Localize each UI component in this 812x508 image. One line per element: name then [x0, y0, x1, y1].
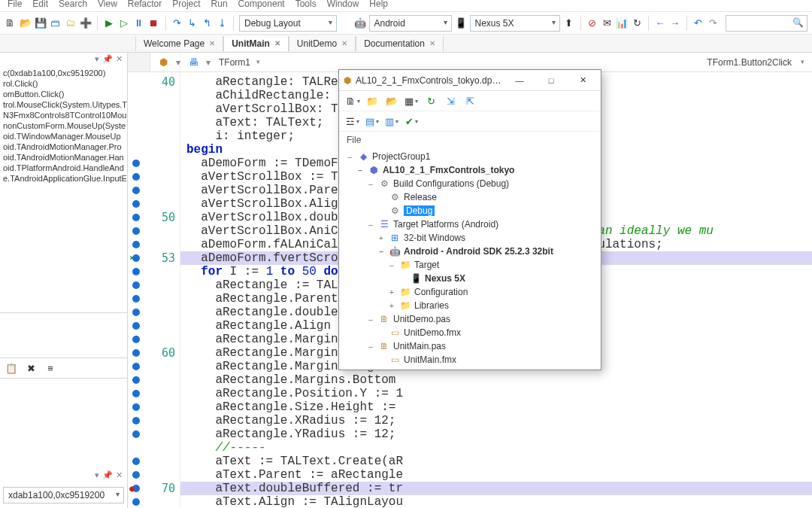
tree-node-target[interactable]: –📁Target: [345, 258, 601, 272]
code-line[interactable]: aRectangle.XRadius := 12;: [180, 414, 812, 427]
tree-twisty-icon[interactable]: –: [356, 166, 365, 175]
run-noDebug-icon[interactable]: ▷: [118, 15, 130, 32]
tree-node-al10-2-1-fmxcontrols-tokyo[interactable]: –⬢AL10_2_1_FmxControls_tokyo: [345, 163, 601, 177]
tree-node-release[interactable]: ⚙Release: [345, 190, 601, 204]
step-out-icon[interactable]: ↰: [201, 15, 213, 32]
device-combo[interactable]: Nexus 5X: [470, 15, 560, 32]
callstack-frame[interactable]: e.TAndroidApplicationGlue.InputE: [0, 173, 127, 184]
tree-node-android-android-sdk-25-2-3-32bit[interactable]: –🤖Android - Android SDK 25.2.3 32bit: [345, 245, 601, 258]
breakpoint-icon[interactable]: [132, 336, 140, 343]
callstack-frame[interactable]: oid.TAndroidMotionManager.Pro: [0, 141, 127, 152]
gutter-line[interactable]: [128, 468, 180, 482]
gutter-line[interactable]: 53➤: [128, 251, 180, 265]
breakpoint-icon[interactable]: [132, 417, 140, 424]
breakpoint-icon[interactable]: [132, 390, 140, 397]
callstack-frame[interactable]: nonCustomForm.MouseUp(Syste: [0, 120, 127, 131]
tree-node-32-bit-windows[interactable]: +⊞32-bit Windows: [345, 231, 601, 245]
menu-component[interactable]: Component: [238, 0, 285, 9]
delete-icon[interactable]: ✖: [23, 360, 39, 376]
tree-twisty-icon[interactable]: –: [387, 261, 396, 269]
tree-node-unitmain-fmx[interactable]: ▭UnitMain.fmx: [345, 353, 601, 367]
filter-icon[interactable]: ▥: [384, 114, 399, 128]
nav-fwd-icon[interactable]: →: [669, 15, 681, 32]
sort-icon[interactable]: ▤: [365, 114, 380, 128]
new-icon[interactable]: 🗎: [345, 94, 360, 108]
redo-icon[interactable]: ↷: [707, 15, 720, 32]
nav-toggle[interactable]: [128, 53, 150, 72]
code-line[interactable]: aText := TALText.Create(aR: [180, 455, 812, 468]
tree-twisty-icon[interactable]: –: [366, 315, 375, 324]
tree-twisty-icon[interactable]: –: [366, 180, 375, 188]
breakpoint-icon[interactable]: [132, 187, 140, 194]
gutter-line[interactable]: [128, 427, 180, 441]
gutter-line[interactable]: [128, 170, 180, 184]
breakpoint-icon[interactable]: [132, 173, 140, 181]
list-icon[interactable]: ≡: [42, 360, 59, 376]
tab-unitdemo[interactable]: UnitDemo✕: [289, 36, 356, 51]
platform-combo[interactable]: Android: [369, 15, 452, 32]
run-icon[interactable]: ▶: [103, 15, 115, 32]
gutter-line[interactable]: 50: [128, 211, 180, 224]
gutter-line[interactable]: [128, 333, 180, 346]
gutter-line[interactable]: [128, 400, 180, 414]
callstack-frame[interactable]: trol.MouseClick(System.Uitypes.T: [0, 99, 127, 110]
gutter-line[interactable]: [128, 319, 180, 333]
add-project-icon[interactable]: ➕: [80, 15, 92, 32]
close-icon[interactable]: ✕: [116, 54, 123, 65]
save-icon[interactable]: 💾: [35, 15, 47, 32]
view-icon[interactable]: ▦: [404, 94, 419, 108]
gutter-line[interactable]: [128, 224, 180, 238]
run-to-cursor-icon[interactable]: ⤓: [216, 15, 228, 32]
pin-icon[interactable]: 📌: [102, 470, 113, 481]
gutter-line[interactable]: 70●: [128, 482, 180, 495]
menu-tools[interactable]: Tools: [295, 0, 317, 9]
step-over-icon[interactable]: ↷: [171, 15, 183, 32]
breakpoint-icon[interactable]: [132, 214, 140, 221]
options-icon[interactable]: ✔: [404, 114, 419, 128]
gutter-line[interactable]: [128, 360, 180, 373]
tree-node-unitdemo-fmx[interactable]: ▭UnitDemo.fmx: [345, 326, 601, 339]
code-line[interactable]: aText.Parent := aRectangle: [180, 468, 812, 482]
menu-view[interactable]: View: [98, 0, 117, 9]
tree-twisty-icon[interactable]: –: [366, 342, 375, 351]
callstack-frame[interactable]: N3Fmx8Controls8TControl10Mou: [0, 110, 127, 120]
breakpoint-icon[interactable]: [132, 498, 140, 506]
breakpoint-icon[interactable]: [132, 281, 140, 289]
breakpoint-icon[interactable]: [132, 200, 140, 208]
gutter-line[interactable]: [128, 157, 180, 170]
callstack-frame[interactable]: omButton.Click(): [0, 89, 127, 99]
menu-file[interactable]: File: [8, 0, 22, 9]
tab-documentation[interactable]: Documentation✕: [356, 36, 444, 51]
tab-close-icon[interactable]: ✕: [274, 39, 280, 47]
tree-node-configuration[interactable]: +📁Configuration: [345, 285, 601, 299]
open-icon[interactable]: 📂: [20, 15, 32, 32]
tree-node-debug[interactable]: ⚙Debug: [345, 204, 601, 217]
callstack-frame[interactable]: oid.TWindowManager.MouseUp: [0, 131, 127, 141]
tree-twisty-icon[interactable]: –: [366, 221, 375, 229]
code-line[interactable]: aRectangle.Margins.Bottom: [180, 373, 812, 387]
breakpoint-icon[interactable]: [132, 349, 140, 357]
menu-edit[interactable]: Edit: [32, 0, 48, 9]
menu-window[interactable]: Window: [327, 0, 359, 9]
tab-close-icon[interactable]: ✕: [341, 39, 347, 47]
search-input[interactable]: [726, 15, 808, 32]
list-style-icon[interactable]: ☲: [345, 114, 360, 128]
gutter-line[interactable]: [128, 89, 180, 102]
gutter-line[interactable]: [128, 238, 180, 251]
tree-node-libraries[interactable]: +📁Libraries: [345, 299, 601, 312]
tree-node-build-configurations-debug-[interactable]: –⚙Build Configurations (Debug): [345, 177, 601, 190]
breakpoint-icon[interactable]: [132, 471, 140, 479]
dropdown-icon[interactable]: ▾: [95, 470, 99, 481]
gutter-line[interactable]: [128, 292, 180, 306]
gutter-line[interactable]: [128, 116, 180, 129]
gutter-line[interactable]: [128, 265, 180, 278]
tree-twisty-icon[interactable]: –: [345, 153, 354, 161]
add-folder-icon[interactable]: 📁: [365, 94, 380, 108]
save-all-icon[interactable]: 🗃: [50, 15, 62, 32]
pin-icon[interactable]: 📌: [102, 54, 113, 65]
minimize-button[interactable]: —: [506, 72, 533, 89]
gutter-line[interactable]: 60: [128, 346, 180, 360]
new-file-icon[interactable]: 🗎: [5, 15, 17, 32]
gutter-line[interactable]: [128, 278, 180, 292]
pause-icon[interactable]: ⏸: [133, 15, 145, 32]
